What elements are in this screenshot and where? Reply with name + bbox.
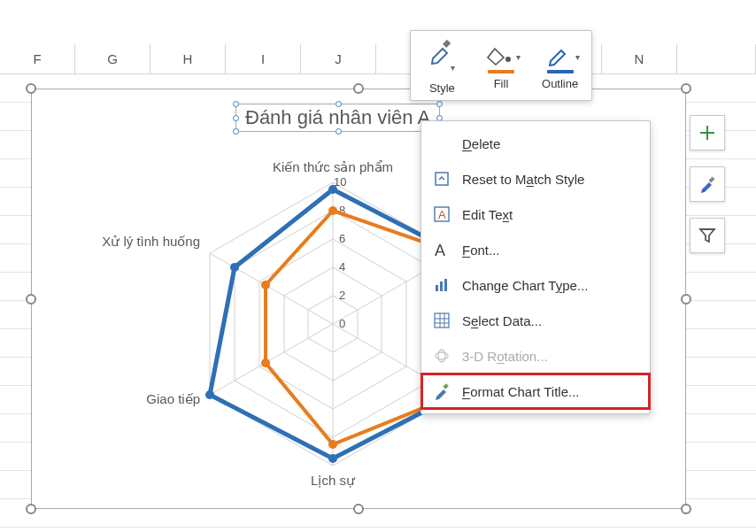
svg-point-22 bbox=[261, 281, 270, 289]
format-icon bbox=[432, 382, 451, 401]
font-icon: A bbox=[432, 240, 451, 259]
fill-label: Fill bbox=[494, 77, 509, 90]
resize-handle[interactable] bbox=[26, 504, 36, 514]
column-header[interactable]: F bbox=[0, 44, 75, 74]
tick-label: 6 bbox=[339, 232, 345, 245]
resize-handle[interactable] bbox=[26, 83, 36, 94]
chart-filter-button[interactable] bbox=[690, 218, 725, 253]
outline-label: Outline bbox=[542, 77, 578, 90]
menu-3d-rotation: 3-D Rotation... bbox=[421, 338, 650, 374]
column-header[interactable]: G bbox=[75, 44, 150, 74]
edit-text-icon: A bbox=[432, 204, 451, 224]
axis-label: Lịch sự bbox=[311, 473, 356, 488]
svg-rect-30 bbox=[436, 285, 438, 291]
svg-point-21 bbox=[261, 359, 270, 367]
svg-text:A: A bbox=[438, 208, 446, 221]
svg-point-14 bbox=[328, 454, 337, 463]
svg-rect-40 bbox=[443, 383, 448, 389]
svg-rect-26 bbox=[436, 173, 448, 185]
rotation-icon bbox=[432, 346, 451, 366]
fill-swatch bbox=[488, 70, 514, 73]
chart-elements-button[interactable] bbox=[690, 115, 725, 150]
column-header[interactable]: J bbox=[301, 44, 376, 74]
blank-icon bbox=[432, 134, 451, 153]
column-header[interactable]: H bbox=[150, 44, 226, 74]
plus-icon bbox=[698, 123, 717, 143]
title-resize-handle[interactable] bbox=[336, 128, 342, 135]
menu-format-chart-title[interactable]: Format Chart Title... bbox=[421, 374, 650, 409]
style-label: Style bbox=[429, 81, 455, 95]
svg-rect-33 bbox=[435, 313, 449, 328]
svg-point-25 bbox=[505, 57, 511, 62]
axis-label: Giao tiếp bbox=[146, 391, 200, 406]
resize-handle[interactable] bbox=[26, 294, 36, 305]
menu-reset-style[interactable]: Reset to Match Style bbox=[421, 161, 650, 197]
resize-handle[interactable] bbox=[681, 83, 691, 94]
svg-point-20 bbox=[328, 440, 337, 449]
title-resize-handle[interactable] bbox=[336, 101, 342, 107]
style-dropdown[interactable]: ▾ Style bbox=[414, 35, 469, 97]
svg-line-9 bbox=[210, 324, 333, 395]
svg-text:A: A bbox=[435, 242, 445, 258]
column-header[interactable]: N bbox=[602, 44, 677, 74]
pen-icon bbox=[545, 43, 575, 66]
menu-select-data[interactable]: Select Data... bbox=[421, 303, 650, 338]
svg-point-16 bbox=[230, 263, 239, 272]
outline-dropdown[interactable]: ▾ Outline bbox=[533, 35, 588, 97]
menu-edit-text[interactable]: A Edit Text bbox=[421, 197, 650, 232]
svg-rect-31 bbox=[440, 281, 443, 291]
svg-rect-32 bbox=[444, 279, 447, 291]
menu-delete[interactable]: Delete bbox=[421, 126, 650, 161]
context-menu: Delete Reset to Match Style A Edit Text … bbox=[420, 120, 651, 414]
paintbrush-icon bbox=[427, 38, 457, 65]
column-header-row: F G H I J K L M N bbox=[0, 44, 756, 74]
svg-point-11 bbox=[328, 185, 337, 194]
tick-label: 2 bbox=[339, 289, 345, 302]
funnel-icon bbox=[698, 226, 717, 245]
outline-swatch bbox=[547, 70, 574, 73]
fill-dropdown[interactable]: ▾ Fill bbox=[474, 35, 528, 97]
resize-handle[interactable] bbox=[681, 294, 691, 305]
resize-handle[interactable] bbox=[681, 504, 691, 514]
chart-styles-button[interactable] bbox=[690, 166, 725, 202]
title-resize-handle[interactable] bbox=[233, 101, 239, 107]
chart-title[interactable]: Đánh giá nhân viên A bbox=[235, 104, 440, 132]
column-header[interactable] bbox=[677, 44, 756, 74]
tick-label: 0 bbox=[339, 317, 345, 330]
title-resize-handle[interactable] bbox=[233, 128, 239, 135]
paintbrush-icon bbox=[698, 174, 717, 194]
title-resize-handle[interactable] bbox=[233, 115, 239, 121]
chart-title-text: Đánh giá nhân viên A bbox=[245, 106, 430, 128]
menu-change-chart-type[interactable]: Change Chart Type... bbox=[421, 267, 650, 303]
resize-handle[interactable] bbox=[353, 504, 364, 514]
select-data-icon bbox=[432, 311, 451, 330]
menu-font[interactable]: A Font... bbox=[421, 232, 650, 267]
svg-point-39 bbox=[438, 350, 445, 362]
svg-rect-23 bbox=[708, 176, 714, 182]
svg-point-17 bbox=[328, 206, 337, 215]
title-resize-handle[interactable] bbox=[436, 101, 443, 107]
svg-point-15 bbox=[205, 390, 214, 399]
tick-label: 4 bbox=[339, 260, 345, 274]
chart-type-icon bbox=[432, 275, 451, 295]
mini-format-toolbar: ▾ Style ▾ Fill ▾ Outline bbox=[410, 30, 592, 101]
axis-label: Xử lý tình huống bbox=[102, 234, 200, 249]
chart-quick-tools bbox=[690, 115, 725, 253]
axis-label: Kiến thức sản phẩm bbox=[273, 159, 393, 174]
svg-rect-24 bbox=[443, 40, 451, 48]
paint-bucket-icon bbox=[486, 43, 516, 66]
resize-handle[interactable] bbox=[353, 83, 364, 94]
column-header[interactable]: I bbox=[226, 44, 301, 74]
svg-point-38 bbox=[436, 352, 448, 359]
reset-icon bbox=[432, 169, 451, 189]
